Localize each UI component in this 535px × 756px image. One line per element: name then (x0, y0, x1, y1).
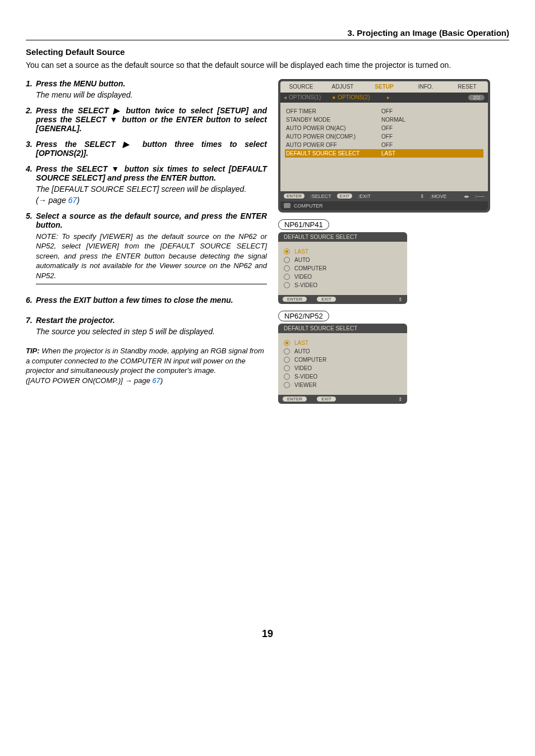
list-item[interactable]: VIDEO (278, 364, 407, 372)
section-title: Selecting Default Source (26, 47, 509, 57)
list-item[interactable]: COMPUTER (278, 264, 407, 273)
radio-icon (284, 374, 290, 380)
osd-source-select-a: DEFAULT SOURCE SELECT LAST AUTO COMPUTER… (278, 232, 407, 304)
exit-pill-icon: EXIT (337, 193, 353, 199)
right-column: SOURCE ADJUST SETUP INFO. RESET ◂ OPTION… (278, 79, 497, 404)
osd-main-menu: SOURCE ADJUST SETUP INFO. RESET ◂ OPTION… (278, 79, 490, 213)
chapter-header: 3. Projecting an Image (Basic Operation) (26, 28, 509, 40)
osd-body: OFF TIMEROFF STANDBY MODENORMAL AUTO POW… (280, 103, 488, 191)
model-label-a: NP61/NP41 (278, 219, 329, 230)
osd-tabs: SOURCE ADJUST SETUP INFO. RESET (280, 81, 488, 93)
exit-pill-icon: EXIT (317, 297, 336, 302)
osd-row[interactable]: STANDBY MODENORMAL (286, 116, 482, 124)
osd-source-select-b: DEFAULT SOURCE SELECT LAST AUTO COMPUTER… (278, 324, 407, 404)
radio-icon (284, 365, 290, 371)
radio-icon (284, 357, 290, 363)
osd-page-indicator: 2/2 (468, 95, 485, 100)
step-head: Press the SELECT ▼ button six times to s… (36, 164, 267, 182)
list-item[interactable]: VIDEO (278, 273, 407, 281)
osd-small-title: DEFAULT SOURCE SELECT (278, 232, 407, 242)
page-link[interactable]: 67 (68, 196, 77, 205)
left-column: 1.Press the MENU button. The menu will b… (26, 79, 267, 404)
step-num: 4. (26, 164, 36, 182)
step-num: 7. (26, 316, 36, 325)
page-link[interactable]: 67 (153, 376, 160, 385)
osd-tab-setup[interactable]: SETUP (363, 82, 405, 91)
osd-small-footer: ENTER EXIT ⇕ (278, 295, 407, 304)
list-item[interactable]: COMPUTER (278, 356, 407, 364)
step-sub: The source you selected in step 5 will b… (36, 327, 267, 336)
step-head: Select a source as the default source, a… (36, 211, 267, 229)
leftright-icon: ◂▸ (464, 193, 469, 199)
step-2: 2.Press the SELECT ▶ button twice to sel… (26, 106, 267, 133)
osd-subtabs: ◂ OPTIONS(1) ● OPTIONS(2) ▸ 2/2 (280, 93, 488, 103)
list-item[interactable]: AUTO (278, 347, 407, 356)
list-item[interactable]: LAST (278, 247, 407, 256)
model-label-b: NP62/NP52 (278, 311, 329, 321)
enter-pill-icon: ENTER (284, 193, 305, 199)
exit-pill-icon: EXIT (317, 397, 336, 402)
step-1: 1.Press the MENU button. The menu will b… (26, 79, 267, 99)
osd-row[interactable]: OFF TIMEROFF (286, 107, 482, 116)
osd-subtab-options2[interactable]: OPTIONS(2) (338, 94, 370, 100)
osd-tab-source[interactable]: SOURCE (280, 82, 322, 91)
step-head: Press the SELECT ▶ button three times to… (36, 140, 267, 158)
step-num: 5. (26, 211, 36, 229)
step-7: 7.Restart the projector. The source you … (26, 316, 267, 336)
radio-icon (284, 274, 290, 280)
tip-block: TIP: When the projector is in Standby mo… (26, 346, 267, 385)
enter-pill-icon: ENTER (283, 397, 307, 402)
osd-row[interactable]: AUTO POWER OFFOFF (286, 141, 482, 149)
step-4: 4.Press the SELECT ▼ button six times to… (26, 164, 267, 205)
step-6: 6.Press the EXIT button a few times to c… (26, 296, 267, 305)
step-num: 6. (26, 296, 36, 305)
list-item[interactable]: S-VIDEO (278, 372, 407, 381)
tip-body: When the projector is in Standby mode, a… (26, 347, 264, 375)
list-item[interactable]: AUTO (278, 256, 407, 264)
osd-small-list: LAST AUTO COMPUTER VIDEO S-VIDEO (278, 245, 407, 292)
radio-icon (284, 248, 290, 255)
osd-row[interactable]: AUTO POWER ON(COMP.)OFF (286, 132, 482, 141)
step-sub: The [DEFAULT SOURCE SELECT] screen will … (36, 185, 267, 193)
updown-icon: ⇕ (420, 193, 425, 199)
osd-tab-reset[interactable]: RESET (446, 82, 488, 91)
list-item[interactable]: S-VIDEO (278, 281, 407, 289)
osd-small-footer: ENTER EXIT ⇕ (278, 395, 407, 404)
tip-label: TIP: (26, 347, 40, 355)
triangle-right-icon: ▸ (387, 94, 390, 100)
section-intro: You can set a source as the default sour… (26, 60, 509, 71)
bullet-icon: ● (332, 94, 335, 100)
radio-icon (284, 282, 290, 288)
osd-footer-source: COMPUTER (280, 201, 488, 210)
step-num: 2. (26, 106, 36, 133)
radio-icon (284, 340, 290, 346)
step-num: 1. (26, 79, 36, 88)
radio-icon (284, 348, 290, 354)
step-note: NOTE: To specify [VIEWER] as the default… (36, 232, 267, 285)
page-number: 19 (26, 628, 509, 640)
osd-tab-info[interactable]: INFO. (405, 82, 446, 91)
radio-icon (284, 265, 290, 271)
enter-pill-icon: ENTER (283, 297, 307, 302)
step-sub: The menu will be displayed. (36, 90, 267, 99)
osd-row-selected[interactable]: DEFAULT SOURCE SELECTLAST (285, 149, 483, 158)
list-item[interactable]: VIEWER (278, 381, 407, 389)
step-head: Restart the projector. (36, 316, 267, 325)
osd-small-list: LAST AUTO COMPUTER VIDEO S-VIDEO VIEWER (278, 336, 407, 391)
osd-subtab-options1[interactable]: OPTIONS(1) (289, 94, 321, 100)
step-5: 5.Select a source as the default source,… (26, 211, 267, 285)
step-num: 3. (26, 140, 36, 158)
radio-icon (284, 257, 290, 263)
step-pageref: (→ page 67) (36, 196, 267, 205)
list-item[interactable]: LAST (278, 339, 407, 347)
radio-icon (284, 382, 290, 388)
osd-small-title: DEFAULT SOURCE SELECT (278, 324, 407, 333)
step-head: Press the SELECT ▶ button twice to selec… (36, 106, 267, 133)
updown-icon: ⇕ (398, 397, 403, 402)
updown-icon: ⇕ (398, 297, 403, 302)
osd-row[interactable]: AUTO POWER ON(AC)OFF (286, 124, 482, 132)
osd-footer: ENTER:SELECT EXIT:EXIT ⇕:MOVE ◂▸:----- (280, 191, 488, 201)
step-head: Press the MENU button. (36, 79, 267, 88)
step-head: Press the EXIT button a few times to clo… (36, 296, 267, 305)
osd-tab-adjust[interactable]: ADJUST (322, 82, 363, 91)
